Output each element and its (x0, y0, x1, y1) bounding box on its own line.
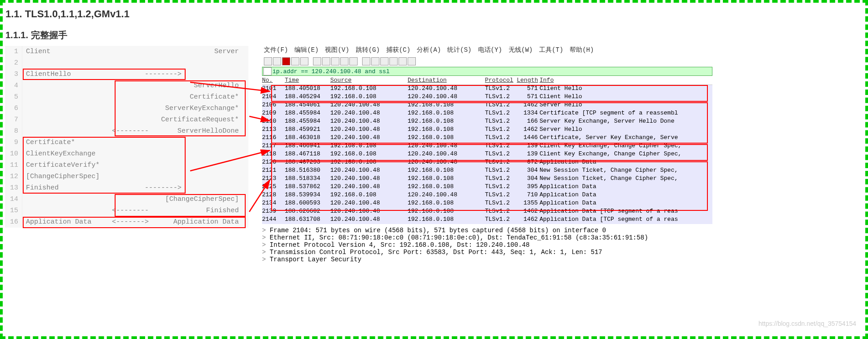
packet-row[interactable]: 2106188.454061120.240.100.48192.168.0.10… (262, 101, 712, 110)
code-line: 8 <-------- ServerHelloDone (6, 125, 248, 137)
col-destination[interactable]: Destination (408, 77, 485, 85)
packet-row[interactable]: 2113188.459921120.240.100.48192.168.0.10… (262, 126, 712, 134)
menu-help[interactable]: 帮助(H) (570, 46, 594, 56)
toolbar (262, 56, 712, 67)
col-length[interactable]: Length (517, 77, 540, 85)
col-no[interactable]: No. (262, 77, 285, 85)
filter-bar[interactable]: ip.addr == 120.240.100.48 and ssl (262, 67, 712, 76)
menu-analyze[interactable]: 分析(A) (417, 46, 441, 56)
stop-icon[interactable] (282, 57, 290, 65)
zoom-out-icon[interactable] (389, 57, 398, 65)
wireshark-pane: 文件(F) 编辑(E) 视图(V) 跳转(G) 捕获(C) 分析(A) 统计(S… (262, 46, 712, 328)
col-time[interactable]: Time (285, 77, 330, 85)
menu-tools[interactable]: 工具(T) (539, 46, 563, 56)
main-heading: 1.1. TLS1.0,1.1,1.2,GMv1.1 (3, 3, 865, 20)
packet-row[interactable]: 2110188.455984120.240.100.48192.168.0.10… (262, 118, 712, 126)
toolbar-icon[interactable] (340, 57, 348, 65)
code-line: 12[ChangeCipherSpec] (6, 171, 248, 182)
filter-icon (263, 67, 272, 75)
code-line: 9Certificate* (6, 137, 248, 148)
packet-row[interactable]: 2139188.626602120.240.100.48192.168.0.10… (262, 208, 712, 216)
toolbar-icon[interactable] (362, 57, 370, 65)
code-line: 14 [ChangeCipherSpec] (6, 194, 248, 205)
handshake-diagram: 1Client Server23ClientHello -------->4 S… (3, 46, 248, 328)
menu-telephony[interactable]: 电话(Y) (478, 46, 502, 56)
toolbar-icon[interactable] (291, 57, 299, 65)
packet-row[interactable]: 2104188.405294192.168.0.108120.240.100.4… (262, 93, 712, 101)
packet-row[interactable]: 2101188.405018192.168.0.108120.240.100.4… (262, 85, 712, 93)
menu-capture[interactable]: 捕获(C) (386, 46, 410, 56)
filter-text: ip.addr == 120.240.100.48 and ssl (273, 68, 389, 75)
packet-row[interactable]: 2118188.467118192.168.0.108120.240.100.4… (262, 150, 712, 159)
toolbar-icon[interactable] (349, 57, 358, 65)
detail-tcp[interactable]: Transmission Control Protocol, Src Port:… (262, 249, 712, 256)
col-source[interactable]: Source (330, 77, 408, 85)
code-line: 10ClientKeyExchange (6, 148, 248, 160)
watermark: https://blog.csdn.net/qq_35754154 (758, 320, 856, 327)
packet-row[interactable]: 2120188.467293192.168.0.108120.240.100.4… (262, 159, 712, 167)
packet-row[interactable]: 2109188.455984120.240.100.48192.168.0.10… (262, 110, 712, 118)
code-line: 2 (6, 57, 248, 69)
menu-file[interactable]: 文件(F) (264, 46, 288, 56)
toolbar-icon[interactable] (300, 57, 308, 65)
menu-statistics[interactable]: 统计(S) (447, 46, 471, 56)
toolbar-icon[interactable] (273, 57, 281, 65)
packet-row[interactable]: 2125188.537862120.240.100.48192.168.0.10… (262, 183, 712, 191)
packet-row[interactable]: 2121188.516380120.240.100.48192.168.0.10… (262, 167, 712, 175)
packet-row[interactable]: 2116188.463018120.240.100.48192.168.0.10… (262, 134, 712, 142)
toolbar-icon[interactable] (408, 57, 416, 65)
toolbar-icon[interactable] (322, 57, 330, 65)
menubar: 文件(F) 编辑(E) 视图(V) 跳转(G) 捕获(C) 分析(A) 统计(S… (262, 46, 712, 56)
packet-row[interactable]: 2128188.539934192.168.0.108120.240.100.4… (262, 191, 712, 199)
packet-row[interactable]: 2144188.631708120.240.100.48192.168.0.10… (262, 216, 712, 224)
search-icon[interactable] (313, 57, 321, 65)
sub-heading: 1.1.1. 完整握手 (3, 20, 865, 41)
detail-frame[interactable]: Frame 2104: 571 bytes on wire (4568 bits… (262, 227, 712, 234)
code-line: 6 ServerKeyExchange* (6, 103, 248, 114)
detail-ethernet[interactable]: Ethernet II, Src: 08:71:90:18:0e:c0 (08:… (262, 234, 712, 241)
toolbar-icon[interactable] (264, 57, 272, 65)
packet-row[interactable]: 2117188.466941192.168.0.108120.240.100.4… (262, 142, 712, 150)
zoom-in-icon[interactable] (380, 57, 389, 65)
toolbar-icon[interactable] (371, 57, 379, 65)
code-line: 11CertificateVerify* (6, 160, 248, 171)
toolbar-icon[interactable] (331, 57, 339, 65)
code-line: 1Client Server (6, 46, 248, 57)
menu-go[interactable]: 跳转(G) (356, 46, 380, 56)
detail-tls[interactable]: Transport Layer Security (262, 256, 712, 263)
packet-details: Frame 2104: 571 bytes on wire (4568 bits… (262, 227, 712, 263)
code-line: 15 <-------- Finished (6, 205, 248, 216)
menu-view[interactable]: 视图(V) (325, 46, 349, 56)
packet-row[interactable]: 2134188.600593120.240.100.48192.168.0.10… (262, 199, 712, 208)
code-line: 5 Certificate* (6, 91, 248, 103)
menu-wireless[interactable]: 无线(W) (509, 46, 533, 56)
code-line: 3ClientHello --------> (6, 69, 248, 80)
packet-table: No. Time Source Destination Protocol Len… (262, 77, 712, 224)
packet-row[interactable]: 2123188.518334120.240.100.48192.168.0.10… (262, 175, 712, 183)
col-protocol[interactable]: Protocol (485, 77, 517, 85)
code-line: 7 CertificateRequest* (6, 114, 248, 125)
detail-ip[interactable]: Internet Protocol Version 4, Src: 192.16… (262, 241, 712, 249)
code-line: 13Finished --------> (6, 182, 248, 194)
code-line: 4 ServerHello (6, 80, 248, 91)
menu-edit[interactable]: 编辑(E) (294, 46, 318, 56)
toolbar-icon[interactable] (399, 57, 407, 65)
col-info[interactable]: Info (540, 77, 712, 85)
code-line: 16Application Data <-------> Application… (6, 216, 248, 228)
